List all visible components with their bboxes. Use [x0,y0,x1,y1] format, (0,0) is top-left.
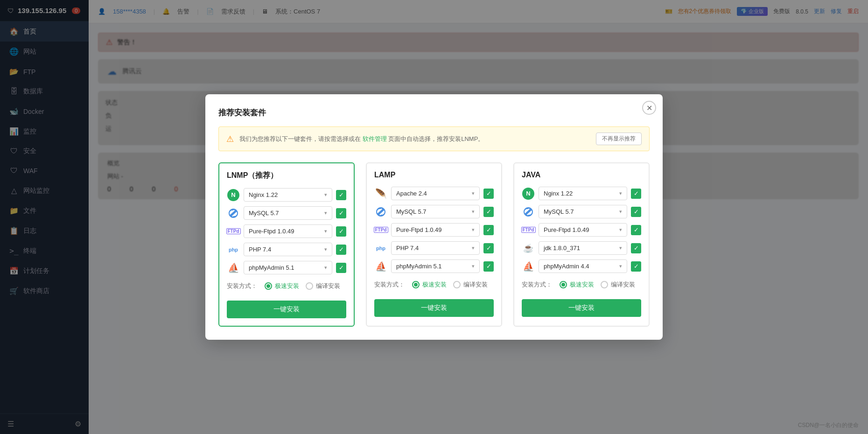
phpmyadmin44-icon: ⛵ [522,260,535,273]
lamp-radio-group: 极速安装 编译安装 [412,280,488,289]
chevron-down-icon: ▾ [472,245,475,251]
notice-icon: ⚠ [226,134,234,144]
lamp-install-method: 安装方式： 极速安装 编译安装 [374,280,494,289]
lnmp-php-select[interactable]: PHP 7.4 ▾ [244,243,332,256]
chevron-down-icon: ▾ [324,210,327,216]
java-install-label: 安装方式： [522,280,552,289]
lamp-mysql-checkbox[interactable]: ✓ [483,207,494,217]
lnmp-title: LNMP（推荐） [227,171,346,181]
java-ftp-select[interactable]: Pure-Ftpd 1.0.49 ▾ [539,223,627,237]
lamp-compile-radio[interactable]: 编译安装 [453,280,488,289]
java-fast-label: 极速安装 [570,280,594,289]
lamp-php-checkbox[interactable]: ✓ [483,243,494,253]
lamp-compile-radio-dot [453,281,461,288]
java-fast-radio-dot [560,281,567,288]
lamp-install-label: 安装方式： [374,280,405,289]
chevron-down-icon: ▾ [324,265,327,271]
lnmp-phpmyadmin-select[interactable]: phpMyAdmin 5.1 ▾ [244,261,332,274]
java-mysql-checkbox[interactable]: ✓ [631,207,641,217]
lamp-apache-select[interactable]: Apache 2.4 ▾ [391,187,480,200]
lamp-ftp-select[interactable]: Pure-Ftpd 1.0.49 ▾ [391,223,480,237]
lnmp-ftp-select[interactable]: Pure-Ftpd 1.0.49 ▾ [244,224,332,238]
lamp-fast-radio[interactable]: 极速安装 [412,280,447,289]
lamp-phpmyadmin-checkbox[interactable]: ✓ [483,261,494,272]
lamp-compile-label: 编译安装 [463,280,488,289]
java-fast-radio[interactable]: 极速安装 [560,280,594,289]
lnmp-mysql-row: MySQL 5.7 ▾ ✓ [227,206,346,220]
phpmyadmin-icon: ⛵ [374,260,387,273]
php-label-icon: php [227,243,240,256]
lamp-mysql-row: MySQL 5.7 ▾ ✓ [374,205,494,218]
chevron-down-icon: ▾ [619,209,622,215]
mysql-icon [227,207,240,220]
lamp-fast-label: 极速安装 [422,280,447,289]
java-phpmyadmin-select[interactable]: phpMyAdmin 4.4 ▾ [539,259,627,273]
package-lamp: LAMP 🪶 Apache 2.4 ▾ ✓ [366,162,502,327]
ftp-label-icon: FTPd [522,224,535,237]
java-jdk-row: ☕ jdk 1.8.0_371 ▾ ✓ [522,241,641,255]
modal-close-button[interactable]: ✕ [642,101,656,115]
lnmp-php-checkbox[interactable]: ✓ [336,245,346,255]
package-java: JAVA N Nginx 1.22 ▾ ✓ M [513,162,650,327]
lnmp-install-button[interactable]: 一键安装 [227,301,346,318]
lnmp-compile-radio[interactable]: 编译安装 [306,282,340,290]
apache-icon: 🪶 [374,187,387,200]
java-jdk-select[interactable]: jdk 1.8.0_371 ▾ [539,241,627,255]
java-compile-radio[interactable]: 编译安装 [601,280,635,289]
modal-title: 推荐安装套件 [218,107,650,118]
java-compile-label: 编译安装 [611,280,635,289]
software-mgmt-link[interactable]: 软件管理 [363,135,387,142]
lnmp-mysql-select[interactable]: MySQL 5.7 ▾ [244,206,332,220]
lnmp-compile-label: 编译安装 [316,282,340,290]
packages-container: LNMP（推荐） N Nginx 1.22 ▾ ✓ [218,162,650,327]
lamp-install-button[interactable]: 一键安装 [374,299,494,317]
lamp-php-row: php PHP 7.4 ▾ ✓ [374,241,494,255]
chevron-down-icon: ▾ [324,246,327,252]
lnmp-ftp-row: FTPd Pure-Ftpd 1.0.49 ▾ ✓ [227,224,346,238]
java-install-button[interactable]: 一键安装 [522,299,641,317]
java-nginx-row: N Nginx 1.22 ▾ ✓ [522,187,641,200]
java-mysql-select[interactable]: MySQL 5.7 ▾ [539,205,627,218]
lnmp-nginx-row: N Nginx 1.22 ▾ ✓ [227,188,346,202]
lnmp-ftp-checkbox[interactable]: ✓ [336,226,346,237]
phpmyadmin-icon: ⛵ [227,261,240,274]
lnmp-fast-radio-dot [265,282,272,290]
chevron-down-icon: ▾ [472,209,475,215]
lamp-fast-radio-dot [412,281,420,288]
java-ftp-checkbox[interactable]: ✓ [631,225,641,235]
nginx-icon: N [227,189,240,202]
chevron-down-icon: ▾ [324,228,327,234]
lamp-mysql-select[interactable]: MySQL 5.7 ▾ [391,205,480,218]
chevron-down-icon: ▾ [619,263,622,269]
chevron-down-icon: ▾ [472,190,475,196]
java-phpmyadmin-row: ⛵ phpMyAdmin 4.4 ▾ ✓ [522,259,641,273]
ftp-label-icon: FTPd [227,225,240,238]
java-phpmyadmin-checkbox[interactable]: ✓ [631,261,641,272]
chevron-down-icon: ▾ [472,263,475,269]
lnmp-compile-radio-dot [306,282,313,290]
lnmp-fast-radio[interactable]: 极速安装 [265,282,299,290]
java-nginx-select[interactable]: Nginx 1.22 ▾ [539,187,627,200]
dismiss-button[interactable]: 不再显示推荐 [596,133,642,145]
lamp-php-select[interactable]: PHP 7.4 ▾ [391,241,480,255]
lnmp-mysql-checkbox[interactable]: ✓ [336,208,346,218]
java-icon: ☕ [522,242,535,255]
lnmp-install-label: 安装方式： [227,282,257,290]
lnmp-phpmyadmin-checkbox[interactable]: ✓ [336,263,346,273]
java-jdk-checkbox[interactable]: ✓ [631,243,641,253]
java-mysql-row: MySQL 5.7 ▾ ✓ [522,205,641,218]
chevron-down-icon: ▾ [619,245,622,251]
package-lnmp: LNMP（推荐） N Nginx 1.22 ▾ ✓ [218,162,355,327]
nginx-icon: N [522,187,535,200]
notice-text: 我们为您推荐以下一键套件，请按需选择或在 软件管理 页面中自动选择，推荐安装LN… [239,135,590,143]
java-nginx-checkbox[interactable]: ✓ [631,189,641,199]
chevron-down-icon: ▾ [324,192,327,198]
lamp-phpmyadmin-select[interactable]: phpMyAdmin 5.1 ▾ [391,259,480,273]
lnmp-nginx-checkbox[interactable]: ✓ [336,190,346,200]
lamp-apache-checkbox[interactable]: ✓ [483,189,494,199]
lnmp-nginx-select[interactable]: Nginx 1.22 ▾ [244,188,332,202]
lamp-ftp-checkbox[interactable]: ✓ [483,225,494,235]
mysql-icon [522,205,535,218]
chevron-down-icon: ▾ [472,227,475,233]
lnmp-radio-group: 极速安装 编译安装 [265,282,340,290]
